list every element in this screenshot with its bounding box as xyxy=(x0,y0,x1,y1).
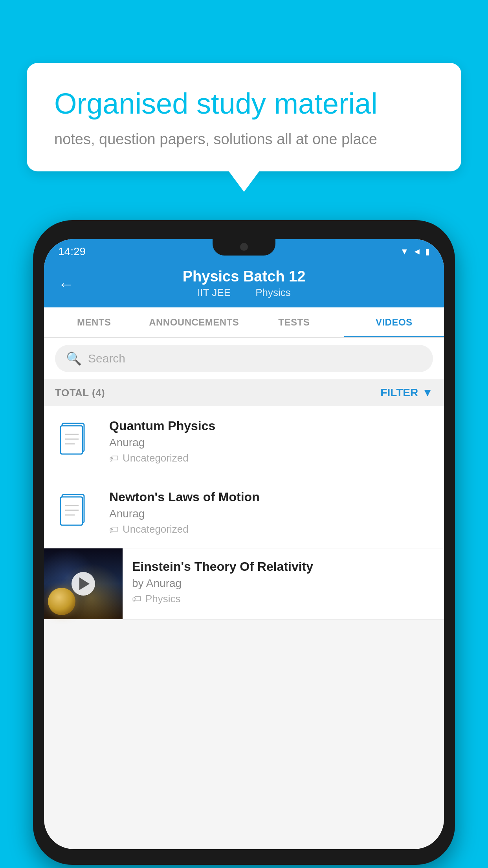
back-button[interactable]: ← xyxy=(58,276,74,293)
header-subtitle-iit: IIT JEE xyxy=(197,287,231,298)
battery-icon: ▮ xyxy=(425,246,430,257)
filter-label: FILTER xyxy=(380,386,418,399)
wifi-icon: ▼ xyxy=(400,246,409,257)
status-icons: ▼ ◄ ▮ xyxy=(400,246,430,257)
search-icon: 🔍 xyxy=(66,351,82,366)
video-title: Newton's Laws of Motion xyxy=(109,490,433,504)
tab-announcements[interactable]: ANNOUNCEMENTS xyxy=(144,307,244,337)
video-title: Quantum Physics xyxy=(109,419,433,433)
tabs-bar: MENTS ANNOUNCEMENTS TESTS VIDEOS xyxy=(44,307,444,338)
svg-rect-6 xyxy=(61,497,83,525)
header-subtitle: IIT JEE Physics xyxy=(58,287,430,299)
video-title: Einstein's Theory Of Relativity xyxy=(132,559,435,574)
video-tag: 🏷 Uncategorized xyxy=(109,452,433,464)
filter-bar: TOTAL (4) FILTER ▼ xyxy=(44,379,444,406)
list-item[interactable]: Quantum Physics Anurag 🏷 Uncategorized xyxy=(44,406,444,477)
search-container: 🔍 Search xyxy=(44,338,444,379)
list-item[interactable]: Einstein's Theory Of Relativity by Anura… xyxy=(44,548,444,620)
tag-label: Uncategorized xyxy=(123,523,189,535)
notch xyxy=(213,239,275,256)
signal-icon: ◄ xyxy=(413,246,421,257)
header-title: Physics Batch 12 xyxy=(58,268,430,285)
video-thumbnail xyxy=(55,420,98,463)
video-info: Newton's Laws of Motion Anurag 🏷 Uncateg… xyxy=(109,490,433,535)
einstein-thumbnail xyxy=(44,548,123,619)
bubble-subtitle: notes, question papers, solutions all at… xyxy=(54,131,434,148)
svg-rect-1 xyxy=(61,426,83,454)
video-list: Quantum Physics Anurag 🏷 Uncategorized xyxy=(44,406,444,620)
play-button[interactable] xyxy=(72,572,95,596)
file-icon xyxy=(59,493,94,532)
bubble-title: Organised study material xyxy=(54,86,434,121)
tab-ments[interactable]: MENTS xyxy=(44,307,144,337)
play-icon xyxy=(79,577,90,590)
tag-icon: 🏷 xyxy=(109,453,119,464)
header-subtitle-physics: Physics xyxy=(255,287,291,298)
phone-screen: 14:29 ▼ ◄ ▮ ← Physics Batch 12 IIT JEE P… xyxy=(44,239,444,849)
status-time: 14:29 xyxy=(58,245,86,258)
video-info: Quantum Physics Anurag 🏷 Uncategorized xyxy=(109,419,433,464)
total-count: TOTAL (4) xyxy=(55,387,105,399)
speech-bubble: Organised study material notes, question… xyxy=(27,63,461,171)
tag-icon: 🏷 xyxy=(109,524,119,535)
app-header: ← Physics Batch 12 IIT JEE Physics xyxy=(44,261,444,307)
file-icon xyxy=(59,422,94,461)
speech-bubble-container: Organised study material notes, question… xyxy=(27,63,461,171)
video-tag: 🏷 Uncategorized xyxy=(109,523,433,535)
front-camera xyxy=(240,243,248,251)
video-tag: 🏷 Physics xyxy=(132,593,435,605)
tag-icon: 🏷 xyxy=(132,594,141,605)
video-author: Anurag xyxy=(109,508,433,520)
planet-visual xyxy=(48,588,75,615)
video-author: Anurag xyxy=(109,436,433,449)
tag-label: Uncategorized xyxy=(123,452,189,464)
video-info: Einstein's Theory Of Relativity by Anura… xyxy=(123,548,444,616)
tab-videos[interactable]: VIDEOS xyxy=(344,307,444,337)
search-placeholder: Search xyxy=(88,352,125,365)
video-thumbnail xyxy=(55,491,98,534)
tab-tests[interactable]: TESTS xyxy=(244,307,344,337)
phone-frame: 14:29 ▼ ◄ ▮ ← Physics Batch 12 IIT JEE P… xyxy=(33,220,455,865)
filter-icon: ▼ xyxy=(422,386,433,399)
tag-label: Physics xyxy=(145,593,181,605)
video-author: by Anurag xyxy=(132,577,435,590)
filter-button[interactable]: FILTER ▼ xyxy=(380,386,433,399)
search-bar[interactable]: 🔍 Search xyxy=(55,345,433,372)
list-item[interactable]: Newton's Laws of Motion Anurag 🏷 Uncateg… xyxy=(44,477,444,548)
